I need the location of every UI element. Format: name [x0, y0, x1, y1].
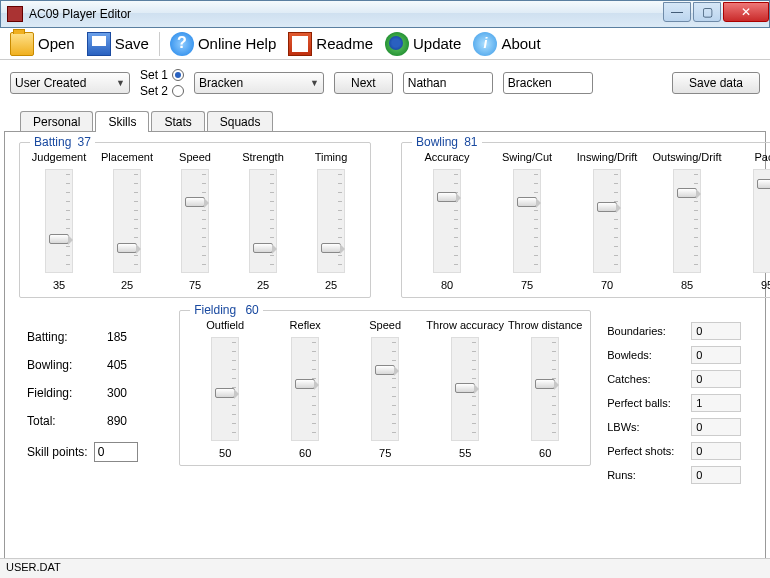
skillpoints-label: Skill points: [27, 445, 88, 459]
skill-value: 60 [299, 447, 311, 459]
slider-thumb[interactable] [321, 243, 341, 253]
slider-track[interactable] [113, 169, 141, 273]
skillpoints-input[interactable] [94, 442, 138, 462]
skill-value: 55 [459, 447, 471, 459]
toolbar: Open Save ?Online Help Readme Update iAb… [0, 28, 770, 60]
help-icon: ? [170, 32, 194, 56]
skill-slider: Throw accuracy55 [428, 319, 502, 459]
skill-value: 60 [539, 447, 551, 459]
slider-thumb[interactable] [455, 383, 475, 393]
set1-radio[interactable] [172, 69, 184, 81]
slider-track[interactable] [249, 169, 277, 273]
skill-value: 50 [219, 447, 231, 459]
stat-label: Perfect shots: [607, 445, 691, 457]
skill-value: 95 [761, 279, 770, 291]
stat-label: Bowleds: [607, 349, 691, 361]
player-combo[interactable]: Bracken▼ [194, 72, 324, 94]
slider-track[interactable] [317, 169, 345, 273]
totals-panel: Batting:185 Bowling:405 Fielding:300 Tot… [19, 310, 163, 462]
slider-track[interactable] [513, 169, 541, 273]
online-help-button[interactable]: ?Online Help [166, 30, 280, 58]
slider-track[interactable] [211, 337, 239, 441]
skill-slider: Placement25 [96, 151, 158, 291]
fielding-total-label: Fielding: [27, 386, 107, 400]
stat-row: Boundaries:0 [607, 322, 751, 340]
stat-label: Boundaries: [607, 325, 691, 337]
skill-slider: Inswing/Drift70 [570, 151, 644, 291]
stat-label: Perfect balls: [607, 397, 691, 409]
slider-thumb[interactable] [49, 234, 69, 244]
tab-squads[interactable]: Squads [207, 111, 274, 132]
skill-label: Swing/Cut [502, 151, 552, 163]
skill-value: 70 [601, 279, 613, 291]
slider-track[interactable] [371, 337, 399, 441]
batting-total-value: 185 [107, 330, 127, 344]
set2-radio[interactable] [172, 85, 184, 97]
floppy-icon [87, 32, 111, 56]
chevron-down-icon: ▼ [310, 78, 319, 88]
skill-label: Judgement [32, 151, 86, 163]
slider-track[interactable] [531, 337, 559, 441]
bowling-total-label: Bowling: [27, 358, 107, 372]
skill-value: 25 [257, 279, 269, 291]
open-button[interactable]: Open [6, 30, 79, 58]
globe-icon [385, 32, 409, 56]
stat-row: Perfect balls:1 [607, 394, 751, 412]
slider-thumb[interactable] [517, 197, 537, 207]
tab-stats[interactable]: Stats [151, 111, 204, 132]
slider-thumb[interactable] [117, 243, 137, 253]
skill-label: Accuracy [424, 151, 469, 163]
save-button[interactable]: Save [83, 30, 153, 58]
batting-group: Batting 37 Judgement35Placement25Speed75… [19, 142, 371, 298]
stat-value: 0 [691, 418, 741, 436]
last-name-input[interactable] [503, 72, 593, 94]
total-label: Total: [27, 414, 107, 428]
skill-value: 25 [121, 279, 133, 291]
stat-value: 0 [691, 370, 741, 388]
slider-thumb[interactable] [295, 379, 315, 389]
skill-label: Placement [101, 151, 153, 163]
slider-track[interactable] [451, 337, 479, 441]
stat-row: Perfect shots:0 [607, 442, 751, 460]
skill-slider: Speed75 [164, 151, 226, 291]
slider-thumb[interactable] [597, 202, 617, 212]
slider-track[interactable] [45, 169, 73, 273]
skill-label: Outswing/Drift [652, 151, 721, 163]
skill-label: Pace [754, 151, 770, 163]
minimize-button[interactable]: — [663, 2, 691, 22]
skill-label: Strength [242, 151, 284, 163]
slider-thumb[interactable] [185, 197, 205, 207]
slider-thumb[interactable] [757, 179, 770, 189]
close-button[interactable]: ✕ [723, 2, 769, 22]
slider-thumb[interactable] [677, 188, 697, 198]
stat-row: LBWs:0 [607, 418, 751, 436]
slider-track[interactable] [291, 337, 319, 441]
save-data-button[interactable]: Save data [672, 72, 760, 94]
slider-track[interactable] [673, 169, 701, 273]
first-name-input[interactable] [403, 72, 493, 94]
slider-thumb[interactable] [437, 192, 457, 202]
filter-combo[interactable]: User Created▼ [10, 72, 130, 94]
about-button[interactable]: iAbout [469, 30, 544, 58]
slider-track[interactable] [433, 169, 461, 273]
stat-row: Catches:0 [607, 370, 751, 388]
skill-label: Speed [369, 319, 401, 331]
slider-track[interactable] [593, 169, 621, 273]
update-button[interactable]: Update [381, 30, 465, 58]
fielding-group: Fielding 60 Outfield50Reflex60Speed75Thr… [179, 310, 591, 466]
slider-thumb[interactable] [215, 388, 235, 398]
maximize-button[interactable]: ▢ [693, 2, 721, 22]
tab-skills[interactable]: Skills [95, 111, 149, 132]
bowling-group: Bowling 81 Accuracy80Swing/Cut75Inswing/… [401, 142, 770, 298]
next-button[interactable]: Next [334, 72, 393, 94]
slider-thumb[interactable] [535, 379, 555, 389]
slider-thumb[interactable] [375, 365, 395, 375]
skill-slider: Strength25 [232, 151, 294, 291]
slider-thumb[interactable] [253, 243, 273, 253]
skill-label: Throw distance [508, 319, 583, 331]
tab-personal[interactable]: Personal [20, 111, 93, 132]
slider-track[interactable] [753, 169, 770, 273]
skill-slider: Reflex60 [268, 319, 342, 459]
readme-button[interactable]: Readme [284, 30, 377, 58]
slider-track[interactable] [181, 169, 209, 273]
